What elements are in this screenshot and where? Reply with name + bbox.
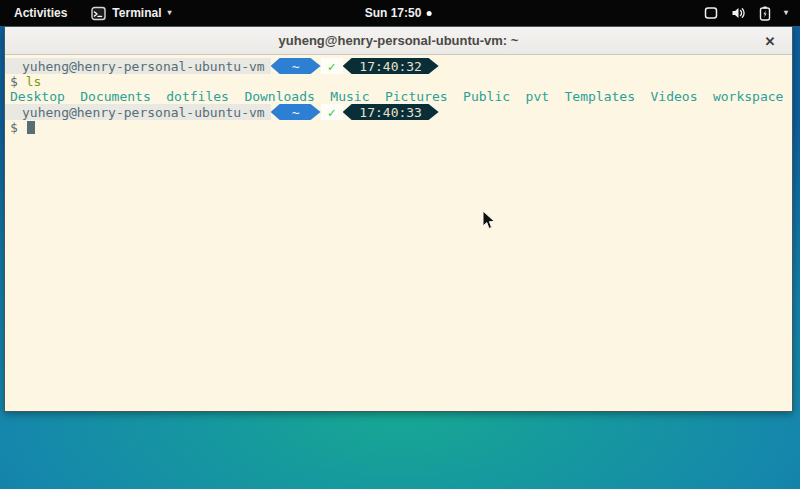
terminal-window: yuheng@henry-personal-ubuntu-vm: ~ ✕ yuh…: [4, 26, 793, 412]
dir-entry: Templates: [565, 89, 635, 104]
volume-icon: [731, 6, 746, 20]
prompt-cwd-segment: ~: [271, 58, 321, 74]
prompt-time-segment: 17:40:33: [343, 104, 439, 120]
notification-dot-icon: [426, 11, 431, 16]
text-cursor: [27, 121, 35, 134]
terminal-content[interactable]: yuheng@henry-personal-ubuntu-vm ~ ✓ 17:4…: [5, 55, 792, 411]
activities-button[interactable]: Activities: [0, 0, 81, 26]
prompt-user-host: yuheng@henry-personal-ubuntu-vm: [5, 104, 271, 120]
input-line[interactable]: $: [5, 120, 792, 135]
ls-output: Desktop Documents dotfiles Downloads Mus…: [5, 89, 792, 104]
battery-charging-icon: [759, 6, 771, 21]
close-button[interactable]: ✕: [758, 27, 782, 55]
window-titlebar[interactable]: yuheng@henry-personal-ubuntu-vm: ~ ✕: [5, 27, 792, 55]
dir-entry: Pictures: [385, 89, 448, 104]
dir-entry: Documents: [80, 89, 150, 104]
prompt-time-segment: 17:40:32: [343, 58, 439, 74]
command-line: $ ls: [5, 74, 792, 89]
prompt-line: yuheng@henry-personal-ubuntu-vm ~ ✓ 17:4…: [5, 104, 792, 120]
activities-label: Activities: [14, 6, 67, 20]
prompt-status-check-icon: ✓: [321, 58, 343, 74]
prompt-line: yuheng@henry-personal-ubuntu-vm ~ ✓ 17:4…: [5, 58, 792, 74]
app-menu[interactable]: Terminal ▾: [81, 0, 181, 26]
dir-entry: Downloads: [244, 89, 314, 104]
dir-entry: Videos: [651, 89, 698, 104]
chevron-down-icon: ▾: [167, 9, 171, 17]
chevron-down-icon: ▾: [784, 9, 788, 17]
dir-entry: pvt: [526, 89, 549, 104]
command-text: ls: [26, 74, 42, 89]
prompt-cwd-segment: ~: [271, 104, 321, 120]
display-icon: [704, 6, 718, 20]
dir-entry: Public: [463, 89, 510, 104]
prompt-symbol: $: [10, 74, 18, 89]
app-menu-label: Terminal: [112, 6, 161, 20]
dir-entry: dotfiles: [166, 89, 229, 104]
clock-button[interactable]: Sun 17:50: [365, 0, 432, 26]
prompt-user-host: yuheng@henry-personal-ubuntu-vm: [5, 58, 271, 74]
system-menu[interactable]: ▾: [692, 0, 800, 26]
clock-label: Sun 17:50: [365, 6, 422, 20]
prompt-symbol: $: [10, 120, 18, 135]
window-title: yuheng@henry-personal-ubuntu-vm: ~: [279, 33, 519, 48]
dir-entry: Desktop: [10, 89, 65, 104]
dir-entry: workspace: [713, 89, 783, 104]
top-bar: Activities Terminal ▾ Sun 17:50: [0, 0, 800, 26]
dir-entry: Music: [330, 89, 369, 104]
terminal-app-icon: [91, 6, 106, 21]
prompt-status-check-icon: ✓: [321, 104, 343, 120]
